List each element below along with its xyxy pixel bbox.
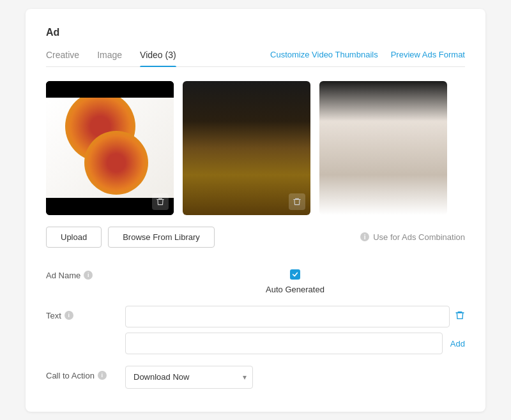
ad-name-label: Ad Name i	[46, 266, 116, 280]
customize-thumbnails-link[interactable]: Customize Video Thumbnails	[270, 50, 378, 59]
tab-links: Creative Image Video (3)	[46, 50, 270, 66]
cta-select[interactable]: Download Now Learn More Sign Up Shop Now…	[125, 366, 253, 389]
tab-creative[interactable]: Creative	[46, 50, 79, 66]
auto-generated-label: Auto Generated	[266, 285, 324, 294]
ads-combo-info-icon: i	[360, 232, 369, 241]
text-input-field-2[interactable]	[125, 333, 443, 354]
text-input-row-2: Add	[125, 333, 465, 354]
trash-icon	[156, 197, 165, 206]
videos-row	[46, 81, 465, 215]
delete-video-2-button[interactable]	[289, 193, 305, 210]
upload-row: Upload Browse From Library i Use for Ads…	[46, 227, 465, 248]
cta-select-wrap: Download Now Learn More Sign Up Shop Now…	[125, 366, 253, 389]
ad-name-row: Ad Name i Auto Generated	[46, 266, 465, 294]
video-thumb-3	[319, 81, 447, 215]
pizza-circle-2	[84, 131, 148, 195]
cta-label: Call to Action i	[46, 366, 116, 380]
add-text-link[interactable]: Add	[450, 338, 465, 349]
text-row: Text i Add	[46, 306, 465, 354]
pizza-image	[46, 98, 174, 199]
page-title: Ad	[46, 27, 465, 38]
text-control: Add	[125, 306, 465, 354]
cta-info-icon: i	[98, 371, 107, 380]
text-info-icon: i	[65, 311, 73, 320]
upload-button[interactable]: Upload	[46, 227, 102, 248]
text-input-row-1	[125, 306, 465, 327]
ads-combo-label: Use for Ads Combination	[373, 232, 465, 242]
tab-image[interactable]: Image	[97, 50, 122, 66]
auto-generated-checkbox[interactable]	[290, 269, 300, 280]
video-thumb-1	[46, 81, 174, 215]
ad-name-control: Auto Generated	[125, 266, 465, 294]
tabs-row: Creative Image Video (3) Customize Video…	[46, 50, 465, 67]
text-input-field[interactable]	[125, 306, 450, 327]
hands-scene	[319, 81, 447, 215]
browse-library-button[interactable]: Browse From Library	[108, 227, 215, 248]
form-section: Ad Name i Auto Generated Text i	[46, 266, 465, 389]
delete-video-1-button[interactable]	[152, 193, 169, 210]
text-label: Text i	[46, 306, 116, 320]
ad-card: Ad Creative Image Video (3) Customize Vi…	[26, 9, 485, 412]
tab-video[interactable]: Video (3)	[140, 50, 176, 66]
cta-control: Download Now Learn More Sign Up Shop Now…	[125, 366, 465, 389]
preview-ads-link[interactable]: Preview Ads Format	[391, 50, 465, 59]
ad-name-info-icon: i	[84, 271, 93, 280]
tab-actions: Customize Video Thumbnails Preview Ads F…	[270, 50, 465, 66]
trash-icon-2	[293, 197, 301, 206]
call-to-action-row: Call to Action i Download Now Learn More…	[46, 366, 465, 389]
ads-combo-wrap: i Use for Ads Combination	[360, 232, 465, 242]
video-thumb-2	[183, 81, 310, 215]
checkmark-icon	[292, 271, 298, 278]
text-delete-icon[interactable]	[455, 310, 465, 323]
